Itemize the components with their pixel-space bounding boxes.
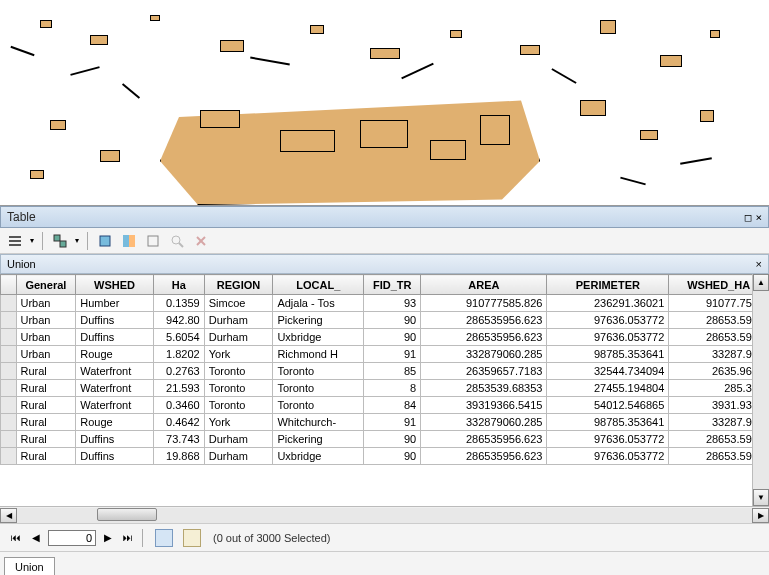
first-record-icon[interactable]: ⏮ — [8, 530, 24, 546]
restore-icon[interactable]: □ — [745, 211, 752, 224]
col-header[interactable]: PERIMETER — [547, 275, 669, 295]
cell[interactable]: 98785.353641 — [547, 414, 669, 431]
cell[interactable]: Urban — [16, 295, 76, 312]
cell[interactable]: Toronto — [204, 397, 273, 414]
map-viewport[interactable] — [0, 0, 769, 206]
cell[interactable]: Durham — [204, 431, 273, 448]
cell[interactable]: Urban — [16, 329, 76, 346]
col-header[interactable]: Ha — [153, 275, 204, 295]
cell[interactable]: Waterfront — [76, 397, 154, 414]
horizontal-scrollbar[interactable]: ◀ ▶ — [0, 506, 769, 523]
cell[interactable]: 0.4642 — [153, 414, 204, 431]
show-selected-records-icon[interactable] — [183, 529, 201, 547]
cell[interactable]: 0.1359 — [153, 295, 204, 312]
row-selector[interactable] — [1, 346, 17, 363]
cell[interactable]: 286535956.623 — [421, 329, 547, 346]
prev-record-icon[interactable]: ◀ — [28, 530, 44, 546]
table-row[interactable]: RuralWaterfront0.3460TorontoToronto84393… — [1, 397, 769, 414]
close-layer-icon[interactable]: × — [756, 258, 762, 270]
cell[interactable]: 54012.546865 — [547, 397, 669, 414]
cell[interactable]: Richmond H — [273, 346, 364, 363]
cell[interactable]: Rouge — [76, 414, 154, 431]
cell[interactable]: 2853539.68353 — [421, 380, 547, 397]
row-selector[interactable] — [1, 380, 17, 397]
table-row[interactable]: UrbanHumber0.1359SimcoeAdjala - Tos93910… — [1, 295, 769, 312]
table-row[interactable]: RuralRouge0.4642YorkWhitchurch-913328790… — [1, 414, 769, 431]
cell[interactable]: 97636.053772 — [547, 312, 669, 329]
col-header[interactable]: FID_TR — [364, 275, 421, 295]
row-selector[interactable] — [1, 414, 17, 431]
cell[interactable]: 26359657.7183 — [421, 363, 547, 380]
cell[interactable]: Rural — [16, 414, 76, 431]
table-row[interactable]: RuralWaterfront0.2763TorontoToronto85263… — [1, 363, 769, 380]
tab-union[interactable]: Union — [4, 557, 55, 575]
cell[interactable]: 97636.053772 — [547, 329, 669, 346]
cell[interactable]: 1.8202 — [153, 346, 204, 363]
cell[interactable]: Durham — [204, 312, 273, 329]
vertical-scrollbar[interactable]: ▲ ▼ — [752, 274, 769, 506]
cell[interactable]: 21.593 — [153, 380, 204, 397]
cell[interactable]: York — [204, 346, 273, 363]
scroll-thumb[interactable] — [97, 508, 157, 521]
row-selector[interactable] — [1, 397, 17, 414]
next-record-icon[interactable]: ▶ — [100, 530, 116, 546]
cell[interactable]: Urban — [16, 346, 76, 363]
cell[interactable]: York — [204, 414, 273, 431]
cell[interactable]: Waterfront — [76, 380, 154, 397]
cell[interactable]: 286535956.623 — [421, 312, 547, 329]
cell[interactable]: 91 — [364, 414, 421, 431]
cell[interactable]: Pickering — [273, 312, 364, 329]
cell[interactable]: Durham — [204, 329, 273, 346]
cell[interactable]: 332879060.285 — [421, 414, 547, 431]
record-number-input[interactable] — [48, 530, 96, 546]
cell[interactable]: 332879060.285 — [421, 346, 547, 363]
cell[interactable]: 90 — [364, 431, 421, 448]
scroll-down-icon[interactable]: ▼ — [753, 489, 769, 506]
scroll-right-icon[interactable]: ▶ — [752, 508, 769, 523]
cell[interactable]: Rural — [16, 431, 76, 448]
table-options-icon[interactable] — [6, 232, 24, 250]
row-selector[interactable] — [1, 312, 17, 329]
cell[interactable]: Rural — [16, 380, 76, 397]
cell[interactable]: Rural — [16, 363, 76, 380]
select-by-attr-icon[interactable] — [96, 232, 114, 250]
zoom-selected-icon[interactable] — [168, 232, 186, 250]
cell[interactable]: 90 — [364, 312, 421, 329]
cell[interactable]: Toronto — [204, 380, 273, 397]
cell[interactable]: Rouge — [76, 346, 154, 363]
cell[interactable]: 5.6054 — [153, 329, 204, 346]
switch-selection-icon[interactable] — [120, 232, 138, 250]
row-selector[interactable] — [1, 329, 17, 346]
cell[interactable]: Adjala - Tos — [273, 295, 364, 312]
last-record-icon[interactable]: ⏭ — [120, 530, 136, 546]
cell[interactable]: Humber — [76, 295, 154, 312]
cell[interactable]: Urban — [16, 312, 76, 329]
cell[interactable]: Duffins — [76, 431, 154, 448]
row-selector[interactable] — [1, 448, 17, 465]
row-selector-header[interactable] — [1, 275, 17, 295]
attribute-grid[interactable]: General WSHED Ha REGION LOCAL_ FID_TR AR… — [0, 274, 769, 465]
cell[interactable]: 0.2763 — [153, 363, 204, 380]
row-selector[interactable] — [1, 295, 17, 312]
cell[interactable]: 91 — [364, 346, 421, 363]
cell[interactable]: 90 — [364, 329, 421, 346]
table-row[interactable]: UrbanRouge1.8202YorkRichmond H9133287906… — [1, 346, 769, 363]
col-header[interactable]: LOCAL_ — [273, 275, 364, 295]
clear-selection-icon[interactable] — [144, 232, 162, 250]
cell[interactable]: 84 — [364, 397, 421, 414]
cell[interactable]: Toronto — [273, 397, 364, 414]
cell[interactable]: Rural — [16, 397, 76, 414]
cell[interactable]: Rural — [16, 448, 76, 465]
cell[interactable]: Duffins — [76, 329, 154, 346]
cell[interactable]: Duffins — [76, 448, 154, 465]
close-icon[interactable]: × — [755, 211, 762, 224]
table-title-bar[interactable]: Table □ × — [0, 206, 769, 228]
cell[interactable]: Toronto — [273, 380, 364, 397]
row-selector[interactable] — [1, 363, 17, 380]
related-tables-icon[interactable] — [51, 232, 69, 250]
table-row[interactable]: RuralDuffins73.743DurhamPickering9028653… — [1, 431, 769, 448]
cell[interactable]: 97636.053772 — [547, 448, 669, 465]
scroll-up-icon[interactable]: ▲ — [753, 274, 769, 291]
cell[interactable]: 97636.053772 — [547, 431, 669, 448]
cell[interactable]: Toronto — [273, 363, 364, 380]
